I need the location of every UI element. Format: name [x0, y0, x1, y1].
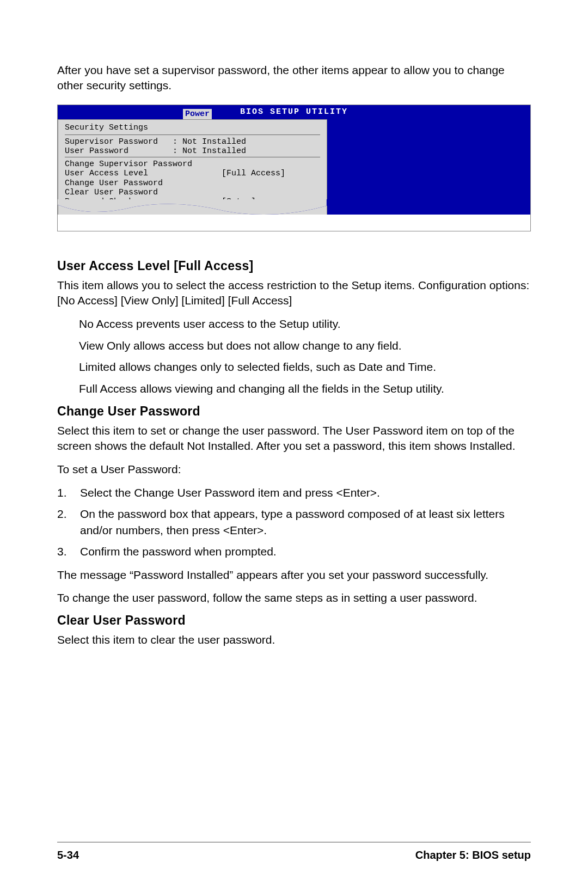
ordered-list: 1. Select the Change User Password item …: [57, 485, 531, 560]
intro-paragraph: After you have set a supervisor password…: [57, 63, 531, 94]
heading-user-access-level: User Access Level [Full Access]: [57, 259, 531, 273]
list-item: View Only allows access but does not all…: [79, 338, 531, 353]
list-item: Limited allows changes only to selected …: [79, 359, 531, 375]
bios-title: BIOS SETUP UTILITY: [58, 105, 530, 117]
list-text: On the password box that appears, type a…: [80, 506, 531, 538]
bios-status-row: User Password : Not Installed: [65, 146, 320, 156]
paragraph: To set a User Password:: [57, 462, 531, 477]
bios-menu-row: Change Supervisor Password: [65, 160, 320, 169]
list-item: Full Access allows viewing and changing …: [79, 381, 531, 396]
list-item: 1. Select the Change User Password item …: [57, 485, 531, 500]
chapter-label: Chapter 5: BIOS setup: [415, 849, 531, 861]
bios-menu-row: Clear User Password: [65, 188, 320, 197]
list-text: Confirm the password when prompted.: [80, 543, 531, 559]
bios-screenshot: BIOS SETUP UTILITY Power Security Settin…: [57, 105, 531, 231]
torn-edge: [58, 215, 530, 231]
bios-menu-row: User Access Level [Full Access]: [65, 169, 320, 178]
heading-change-user-password: Change User Password: [57, 404, 531, 419]
options-list: No Access prevents user access to the Se…: [79, 316, 531, 396]
paragraph: The message “Password Installed” appears…: [57, 567, 531, 583]
list-number: 3.: [57, 543, 80, 559]
bios-menu-row: Change User Password: [65, 179, 320, 188]
list-item: No Access prevents user access to the Se…: [79, 316, 531, 332]
footer-rule: [57, 842, 531, 842]
heading-clear-user-password: Clear User Password: [57, 613, 531, 628]
list-item: 2. On the password box that appears, typ…: [57, 506, 531, 538]
bios-title-bar: BIOS SETUP UTILITY Power: [58, 105, 530, 119]
page-footer: 5-34 Chapter 5: BIOS setup: [57, 849, 531, 861]
list-number: 2.: [57, 506, 80, 538]
page-number: 5-34: [57, 849, 79, 861]
bios-divider: [65, 157, 320, 157]
paragraph: This item allows you to select the acces…: [57, 278, 531, 309]
bios-tab-power: Power: [183, 109, 212, 119]
bios-divider: [65, 135, 320, 135]
list-item: 3. Confirm the password when prompted.: [57, 543, 531, 559]
bios-status-row: Supervisor Password : Not Installed: [65, 137, 320, 146]
list-text: Select the Change User Password item and…: [80, 485, 531, 500]
paragraph: Select this item to clear the user passw…: [57, 632, 531, 647]
list-number: 1.: [57, 485, 80, 500]
paragraph: Select this item to set or change the us…: [57, 423, 531, 454]
bios-section-heading: Security Settings: [65, 123, 320, 132]
paragraph: To change the user password, follow the …: [57, 590, 531, 606]
